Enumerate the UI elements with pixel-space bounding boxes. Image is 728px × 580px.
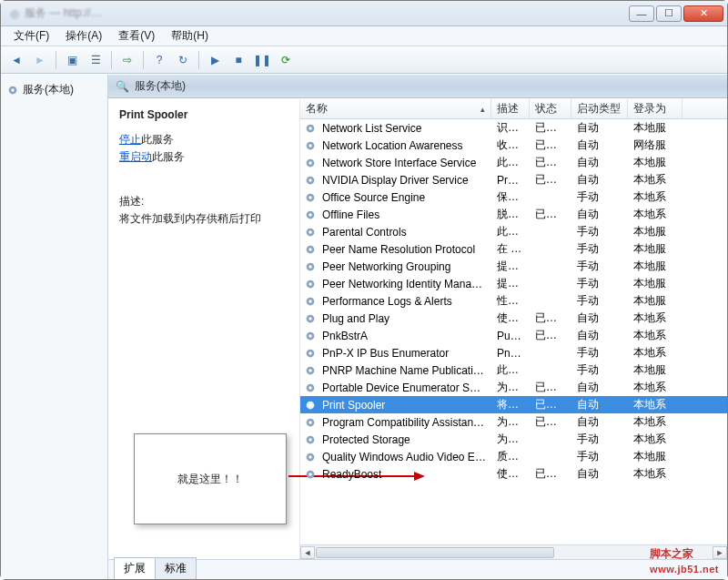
col-header-name[interactable]: 名称▴ [300,99,491,118]
service-row[interactable]: NVIDIA Display Driver ServiceProv...已启动自… [300,171,727,188]
cell-startup: 自动 [571,310,628,326]
menu-action[interactable]: 操作(A) [58,26,109,46]
cell-desc: 此服... [491,224,530,239]
console-tree[interactable]: 服务(本地) [1,75,108,579]
menu-file[interactable]: 文件(F) [6,26,56,46]
cell-name: Print Spooler [317,399,491,412]
service-row[interactable]: PnkBstrAPunk...已启动自动本地系 [300,327,727,344]
h-scrollbar[interactable]: ◄ ► [300,544,727,559]
svg-point-1 [11,88,15,92]
titlebar[interactable]: ◎服务 — http://… — ☐ ✕ [1,1,727,26]
service-row[interactable]: Peer Networking Identity Manager提供...手动本… [300,275,727,292]
svg-point-25 [308,300,312,303]
forward-button[interactable]: ► [30,50,50,70]
cell-logon: 本地服 [628,155,682,170]
service-row[interactable]: Performance Logs & Alerts性能...手动本地服 [300,292,727,310]
tree-root-label: 服务(本地) [23,82,74,97]
service-row[interactable]: Protected Storage为敏...手动本地系 [300,431,727,448]
svg-point-21 [308,265,312,269]
service-row[interactable]: PnP-X IP Bus EnumeratorPnP-...手动本地系 [300,344,727,361]
service-row[interactable]: Office Source Engine保存...手动本地系 [300,188,727,206]
cell-startup: 自动 [571,137,628,153]
cell-status: 已启动 [530,207,571,222]
service-row[interactable]: Network Location Awareness收集...已启动自动网络服 [300,137,727,154]
pane-header: 🔍 服务(本地) [108,75,727,98]
col-header-desc[interactable]: 描述 [491,99,530,118]
cell-name: Peer Networking Grouping [317,260,491,273]
menu-view[interactable]: 查看(V) [111,26,162,46]
service-row[interactable]: Network List Service识别...已启动自动本地服 [300,119,727,137]
cell-startup: 自动 [571,155,628,170]
cell-name: PnP-X IP Bus Enumerator [317,347,491,360]
service-row[interactable]: Print Spooler将文...已启动自动本地系 [300,396,727,413]
service-row[interactable]: Plug and Play使计...已启动自动本地系 [300,310,727,327]
service-row[interactable]: Offline Files脱机...已启动自动本地系 [300,206,727,223]
tab-extended[interactable]: 扩展 [114,557,156,579]
cell-name: Parental Controls [317,226,491,239]
cell-name: Program Compatibility Assistant S... [317,416,491,429]
cell-startup: 手动 [571,362,628,378]
cell-logon: 本地系 [628,466,682,482]
help-button[interactable]: ? [149,50,169,70]
gear-icon [304,382,317,394]
tree-root-services[interactable]: 服务(本地) [5,80,104,99]
scroll-track[interactable] [315,546,713,559]
service-row[interactable]: Peer Name Resolution Protocol在 In...手动本地… [300,240,727,258]
refresh-button[interactable]: ↻ [173,50,193,70]
cell-desc: 收集... [491,137,530,153]
service-row[interactable]: Parental Controls此服...手动本地服 [300,223,727,240]
close-button[interactable]: ✕ [683,5,723,22]
cell-logon: 本地系 [628,172,682,188]
scroll-thumb[interactable] [316,547,554,558]
service-row[interactable]: PNRP Machine Name Publication ...此服...手动… [300,361,727,379]
service-row[interactable]: Quality Windows Audio Video Exp...质量...手… [300,448,727,465]
cell-desc: 此服... [491,155,530,170]
service-row[interactable]: ReadyBoost使用...已启动自动本地系 [300,465,727,483]
cell-startup: 自动 [571,380,628,395]
cell-logon: 本地系 [628,189,682,205]
col-header-logon[interactable]: 登录为 [628,99,682,118]
restart-service-link[interactable]: 重启动 [119,150,152,163]
service-row[interactable]: Portable Device Enumerator Service为可...已… [300,379,727,396]
gear-icon [304,139,317,152]
service-row[interactable]: Program Compatibility Assistant S...为程..… [300,413,727,431]
show-hide-tree-button[interactable]: ▣ [62,50,82,70]
menu-help[interactable]: 帮助(H) [164,26,216,46]
cell-status: 已启动 [530,466,571,482]
properties-button[interactable]: ☰ [86,50,106,70]
cell-startup: 手动 [571,276,628,291]
cell-desc: 识别... [491,120,530,136]
col-header-status[interactable]: 状态 [530,99,571,118]
service-detail-panel: Print Spooler 停止此服务 重启动此服务 描述: 将文件加载到内存供… [108,99,299,559]
pause-service-button[interactable]: ❚❚ [252,50,272,70]
service-row[interactable]: Network Store Interface Service此服...已启动自… [300,154,727,171]
cell-logon: 网络服 [628,137,682,153]
start-service-button[interactable]: ▶ [205,50,225,70]
toolbar: ◄ ► ▣ ☰ ⇨ ? ↻ ▶ ■ ❚❚ ⟳ [1,46,727,74]
minimize-button[interactable]: — [629,5,654,22]
restart-service-button[interactable]: ⟳ [276,50,296,70]
gear-icon [304,330,317,342]
cell-name: Quality Windows Audio Video Exp... [317,451,491,463]
col-header-startup[interactable]: 启动类型 [571,99,628,118]
back-button[interactable]: ◄ [6,50,26,70]
cell-logon: 本地系 [628,397,682,412]
description-label: 描述: [119,194,288,209]
maximize-button[interactable]: ☐ [656,5,682,22]
scroll-left-button[interactable]: ◄ [300,546,315,559]
cell-name: Offline Files [317,209,491,221]
export-button[interactable]: ⇨ [117,50,137,70]
svg-point-11 [308,178,312,182]
list-body[interactable]: Network List Service识别...已启动自动本地服Network… [300,119,727,544]
gear-icon [304,399,317,412]
cell-status: 已启动 [530,155,571,170]
stop-service-button[interactable]: ■ [228,50,248,70]
scroll-right-button[interactable]: ► [713,546,727,559]
cell-startup: 手动 [571,259,628,274]
tab-standard[interactable]: 标准 [155,557,197,579]
service-row[interactable]: Peer Networking Grouping提供...手动本地服 [300,258,727,275]
gear-icon [304,191,317,204]
stop-service-link[interactable]: 停止 [119,133,141,146]
services-icon [6,84,19,97]
cell-desc: Punk... [491,330,530,342]
